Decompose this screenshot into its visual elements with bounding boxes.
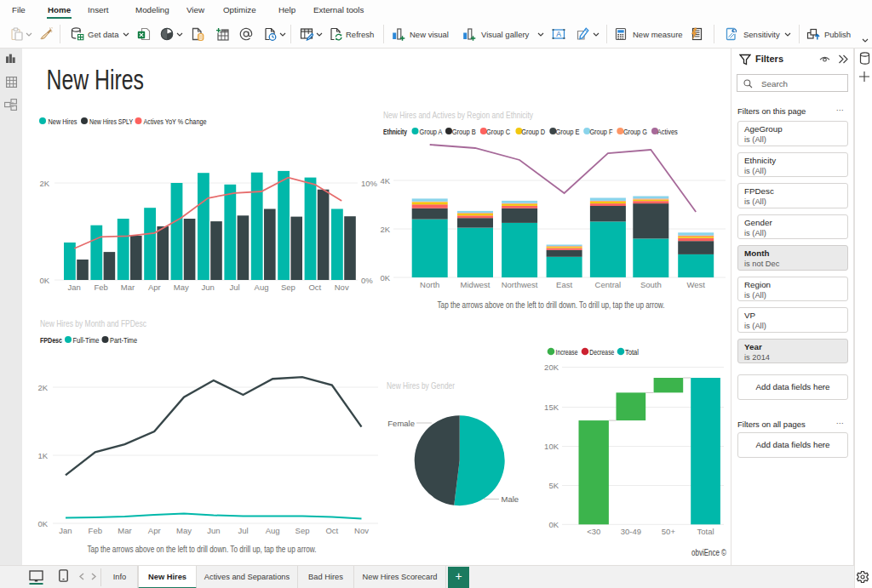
svg-text:New Hires by Month and FPDesc: New Hires by Month and FPDesc <box>40 318 146 328</box>
svg-text:A: A <box>556 30 561 38</box>
svg-text:Female: Female <box>387 419 415 428</box>
svg-text:2K: 2K <box>37 383 48 392</box>
svg-text:Apr: Apr <box>148 283 161 292</box>
svg-text:Nov: Nov <box>335 283 349 292</box>
svg-text:<30: <30 <box>587 527 600 536</box>
svg-text:10K: 10K <box>544 442 559 451</box>
svg-text:South: South <box>640 280 662 289</box>
svg-text:Oct: Oct <box>308 283 321 292</box>
svg-text:Actives: Actives <box>657 127 678 136</box>
svg-text:Group C: Group C <box>486 127 510 136</box>
svg-text:New Hires by Gender: New Hires by Gender <box>387 380 455 391</box>
svg-text:Jan: Jan <box>68 283 81 292</box>
svg-text:Part-Time: Part-Time <box>110 335 137 345</box>
svg-text:Sep: Sep <box>281 283 295 292</box>
svg-text:Jul: Jul <box>238 526 248 535</box>
svg-text:May: May <box>174 283 189 292</box>
svg-text:0K: 0K <box>37 519 48 528</box>
svg-text:Apr: Apr <box>148 526 161 535</box>
svg-text:Feb: Feb <box>89 526 102 535</box>
svg-text:New Hires SPLY: New Hires SPLY <box>89 117 133 126</box>
svg-text:Sep: Sep <box>295 526 310 535</box>
svg-text:50+: 50+ <box>662 527 676 536</box>
svg-text:Full-Time: Full-Time <box>73 335 100 345</box>
svg-text:Group F: Group F <box>589 127 612 136</box>
svg-text:30-49: 30-49 <box>621 527 641 536</box>
svg-text:Male: Male <box>502 494 519 504</box>
svg-text:0K: 0K <box>548 520 559 529</box>
svg-text:4K: 4K <box>380 176 390 186</box>
svg-text:Group B: Group B <box>452 127 476 136</box>
svg-text:Northwest: Northwest <box>502 280 538 289</box>
svg-text:West: West <box>686 280 705 289</box>
svg-text:Total: Total <box>625 347 639 357</box>
svg-text:Total: Total <box>697 527 714 536</box>
svg-text:New Hires: New Hires <box>47 63 145 95</box>
svg-text:obviEnce ©: obviEnce © <box>691 548 726 557</box>
svg-text:Group E: Group E <box>556 127 580 136</box>
svg-text:2K: 2K <box>380 225 390 234</box>
svg-text:Decrease: Decrease <box>589 347 614 357</box>
svg-text:Nov: Nov <box>354 526 369 535</box>
svg-text:20K: 20K <box>544 363 559 372</box>
svg-text:0K: 0K <box>39 276 49 285</box>
svg-text:New Hires and Actives by Regio: New Hires and Actives by Region and Ethn… <box>383 110 533 120</box>
svg-text:Central: Central <box>595 280 622 289</box>
svg-text:Jul: Jul <box>230 283 240 292</box>
svg-text:5K: 5K <box>548 481 559 490</box>
svg-text:East: East <box>556 280 572 289</box>
svg-text:Jun: Jun <box>207 526 220 535</box>
svg-text:Aug: Aug <box>266 526 280 535</box>
svg-text:10%: 10% <box>361 179 378 188</box>
svg-text:Increase: Increase <box>556 347 578 357</box>
svg-text:Tap the arrows above on the le: Tap the arrows above on the left to dril… <box>438 300 665 310</box>
svg-text:Mar: Mar <box>121 283 135 292</box>
svg-text:Aug: Aug <box>255 283 269 292</box>
svg-text:Group A: Group A <box>420 127 444 136</box>
svg-text:Feb: Feb <box>94 283 107 292</box>
svg-text:Mar: Mar <box>118 526 131 535</box>
svg-text:Ethnicity: Ethnicity <box>383 127 407 136</box>
svg-text:0K: 0K <box>380 273 390 283</box>
svg-text:0%: 0% <box>361 276 373 285</box>
svg-text:Group D: Group D <box>521 127 545 136</box>
svg-text:1K: 1K <box>37 451 48 460</box>
svg-text:Midwest: Midwest <box>461 280 490 289</box>
svg-text:15K: 15K <box>544 402 559 412</box>
svg-text:Oct: Oct <box>325 526 338 535</box>
svg-text:Group G: Group G <box>623 127 647 136</box>
svg-text:2K: 2K <box>39 179 49 188</box>
svg-text:May: May <box>176 526 192 535</box>
svg-text:Jun: Jun <box>202 283 215 292</box>
svg-text:Jan: Jan <box>59 526 72 535</box>
svg-text:North: North <box>420 280 439 289</box>
svg-text:New Hires: New Hires <box>49 117 77 126</box>
svg-text:FPDesc: FPDesc <box>40 335 62 345</box>
svg-text:Tap the arrows above on the le: Tap the arrows above on the left to dril… <box>88 544 317 554</box>
svg-text:Actives YoY % Change: Actives YoY % Change <box>144 117 207 126</box>
